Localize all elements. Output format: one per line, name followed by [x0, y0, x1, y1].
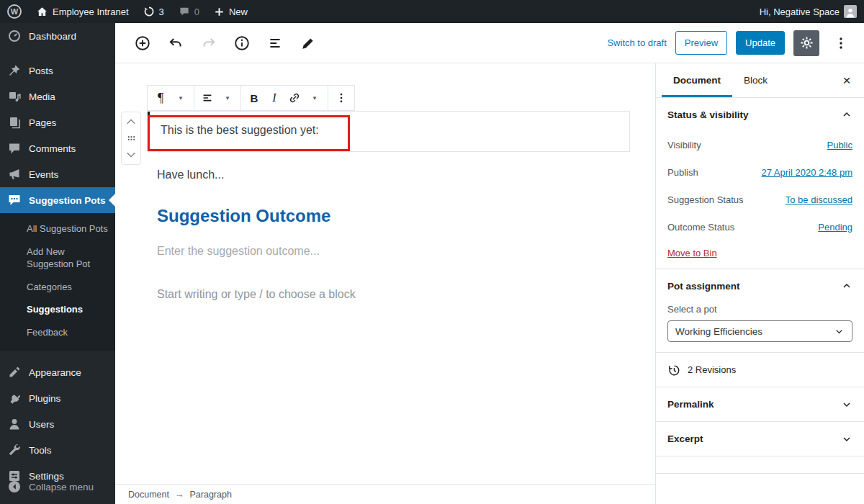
tab-document[interactable]: Document: [662, 63, 732, 97]
editor-header-actions: Switch to draft Preview Update: [607, 30, 854, 56]
row-label: Publish: [667, 167, 698, 178]
edit-mode-button[interactable]: [295, 30, 321, 56]
menu-item-posts[interactable]: Posts: [0, 58, 115, 84]
excerpt-section-header[interactable]: Excerpt: [656, 422, 864, 456]
pot-assignment-header[interactable]: Pot assignment: [667, 269, 852, 302]
avatar: [844, 5, 857, 18]
next-section-partial: [656, 456, 864, 474]
italic-button[interactable]: I: [264, 87, 284, 109]
switch-to-draft-button[interactable]: Switch to draft: [607, 37, 666, 48]
settings-toggle-button[interactable]: [793, 30, 819, 56]
editor-header-tools: [130, 30, 321, 56]
block-options-button[interactable]: [331, 87, 351, 109]
outcome-placeholder[interactable]: Enter the suggestion outcome...: [157, 245, 320, 258]
content-structure-button[interactable]: [229, 30, 255, 56]
tab-block[interactable]: Block: [732, 63, 779, 97]
new-content-button[interactable]: New: [207, 0, 255, 23]
submenu-item-categories[interactable]: Categories: [0, 276, 115, 299]
site-name-link[interactable]: Employee Intranet: [29, 0, 136, 23]
wordpress-admin-screen: W Employee Intranet 3 0 New Hi, Negative…: [0, 0, 864, 504]
plugins-icon: [7, 391, 22, 405]
formatting-group: B I ▾: [241, 86, 328, 110]
redo-button[interactable]: [196, 30, 222, 56]
undo-button[interactable]: [163, 30, 189, 56]
menu-item-dashboard[interactable]: Dashboard: [0, 23, 115, 49]
close-sidebar-button[interactable]: ×: [834, 68, 860, 94]
format-dropdown[interactable]: ▾: [305, 87, 325, 109]
suggestion-pots-submenu: All Suggestion Pots Add New Suggestion P…: [0, 213, 115, 351]
pencil-icon: [300, 35, 316, 51]
align-button[interactable]: [197, 87, 217, 109]
selected-paragraph-block[interactable]: This is the best suggestion yet:: [147, 111, 630, 152]
paragraph-text[interactable]: This is the best suggestion yet:: [161, 124, 319, 137]
editor-header: Switch to draft Preview Update: [115, 23, 864, 63]
admin-menu: Dashboard Posts Media Pages Comments Eve…: [0, 23, 115, 504]
menu-item-appearance[interactable]: Appearance: [0, 359, 115, 385]
revisions-row[interactable]: 2 Revisions: [656, 353, 864, 387]
more-tools-button[interactable]: [828, 30, 854, 56]
block-appender-placeholder[interactable]: Start writing or type / to choose a bloc…: [157, 288, 356, 301]
move-to-bin-link[interactable]: Move to Bin: [667, 248, 717, 258]
menu-label: Posts: [29, 66, 53, 76]
pot-assignment-section: Pot assignment Select a pot Working Effi…: [656, 269, 864, 353]
block-inserter-button[interactable]: [130, 30, 156, 56]
publish-row: Publish 27 April 2020 2:48 pm: [667, 158, 852, 186]
status-visibility-header[interactable]: Status & visibility: [667, 98, 852, 131]
bold-button[interactable]: B: [244, 87, 264, 109]
block-type-dropdown[interactable]: ▾: [171, 87, 191, 109]
link-button[interactable]: [284, 87, 305, 109]
alignment-group: ▾: [194, 86, 241, 110]
menu-item-plugins[interactable]: Plugins: [0, 385, 115, 411]
submenu-item-add-new-suggestion-pot[interactable]: Add New Suggestion Pot: [0, 240, 108, 276]
menu-label: Suggestion Pots: [29, 195, 106, 206]
suggestion-pots-icon: [7, 193, 22, 207]
permalink-section-header[interactable]: Permalink: [656, 387, 864, 422]
menu-item-comments[interactable]: Comments: [0, 135, 115, 161]
block-navigation-button[interactable]: [262, 30, 288, 56]
menu-item-collapse[interactable]: Collapse menu: [0, 474, 115, 500]
posts-icon: [7, 63, 22, 78]
wordpress-menu[interactable]: W: [0, 0, 29, 23]
drag-handle[interactable]: [123, 132, 139, 144]
menu-item-events[interactable]: Events: [0, 161, 115, 187]
site-name: Employee Intranet: [53, 6, 129, 17]
comments-indicator[interactable]: 0: [171, 0, 207, 23]
suggestion-status-link[interactable]: To be discussed: [786, 194, 852, 205]
block-type-button[interactable]: ¶: [150, 87, 171, 109]
chevron-down-icon: [834, 326, 845, 337]
publish-date-link[interactable]: 27 April 2020 2:48 pm: [762, 167, 852, 178]
move-down-button[interactable]: [123, 148, 139, 161]
menu-item-suggestion-pots[interactable]: Suggestion Pots: [0, 187, 115, 213]
menu-item-media[interactable]: Media: [0, 84, 115, 109]
outcome-status-row: Outcome Status Pending: [667, 213, 852, 240]
updates-indicator[interactable]: 3: [136, 0, 171, 23]
preview-button[interactable]: Preview: [675, 31, 727, 55]
menu-label: Appearance: [29, 367, 81, 378]
menu-item-pages[interactable]: Pages: [0, 109, 115, 135]
paragraph-block[interactable]: Have lunch...: [157, 168, 224, 181]
comments-icon: [7, 141, 22, 156]
section-title: Pot assignment: [667, 281, 740, 292]
suggestion-outcome-heading[interactable]: Suggestion Outcome: [157, 206, 330, 226]
account-menu[interactable]: Hi, Negative Space: [752, 0, 864, 23]
submenu-item-suggestions[interactable]: Suggestions: [0, 298, 115, 321]
align-dropdown[interactable]: ▾: [217, 87, 238, 109]
admin-bar: W Employee Intranet 3 0 New Hi, Negative…: [0, 0, 864, 23]
submenu-item-all-suggestion-pots[interactable]: All Suggestion Pots: [0, 217, 115, 240]
pot-select[interactable]: Working Efficiencies: [667, 320, 852, 342]
users-icon: [7, 417, 22, 431]
breadcrumb-paragraph[interactable]: Paragraph: [189, 490, 231, 500]
menu-item-tools[interactable]: Tools: [0, 437, 115, 463]
editor-canvas[interactable]: ¶ ▾ ▾ B I ▾: [115, 63, 655, 484]
update-button[interactable]: Update: [736, 31, 785, 55]
kebab-menu-icon: [335, 91, 348, 104]
visibility-value-link[interactable]: Public: [827, 140, 852, 150]
breadcrumb-document[interactable]: Document: [128, 490, 169, 500]
updates-icon: [143, 6, 155, 17]
move-up-button[interactable]: [123, 115, 139, 128]
outcome-status-link[interactable]: Pending: [818, 222, 852, 233]
submenu-item-feedback[interactable]: Feedback: [0, 321, 115, 344]
menu-item-users[interactable]: Users: [0, 411, 115, 437]
status-visibility-section: Status & visibility Visibility Public Pu…: [656, 98, 864, 269]
align-left-icon: [201, 91, 214, 104]
